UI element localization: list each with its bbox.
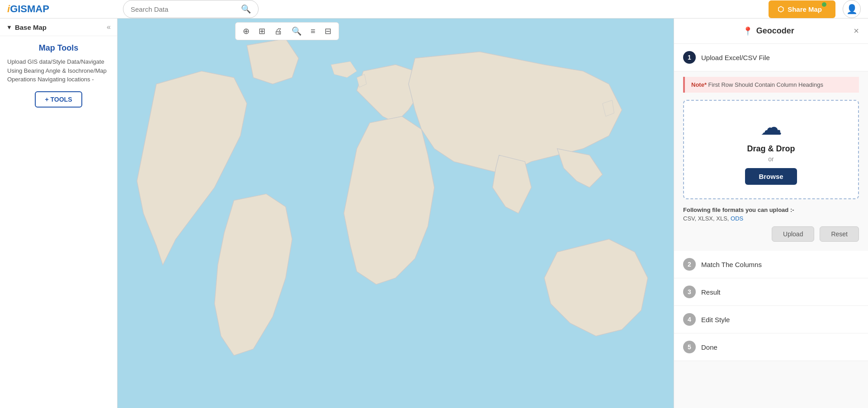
ods-format: ODS <box>731 215 743 222</box>
chevron-icon: ▼ <box>6 24 12 31</box>
reset-button[interactable]: Reset <box>820 226 859 242</box>
step-2-section: 2 Match The Columns <box>674 251 868 278</box>
search-button[interactable]: 🔍 <box>241 4 251 14</box>
step-2-number: 2 <box>683 258 696 271</box>
sidebar-content: Map Tools Upload GIS data/Style Data/Nav… <box>0 36 117 115</box>
sidebar-header: ▼ Base Map « <box>0 19 117 36</box>
step-3-number: 3 <box>683 286 696 298</box>
search-bar[interactable]: 🔍 <box>123 0 259 18</box>
locate-button[interactable]: ⊕ <box>239 24 253 38</box>
step-3-label: Result <box>701 288 721 296</box>
right-panel: 📍 Geocoder × 1 Upload Excel/CSV File Not… <box>674 19 868 408</box>
header: iGISMAP 🔍 ⬡ Share Map 👤 <box>0 0 868 19</box>
panel-body: 1 Upload Excel/CSV File Note* First Row … <box>674 44 868 408</box>
crosshair-button[interactable]: ⊞ <box>255 24 269 38</box>
step-4-header[interactable]: 4 Edit Style <box>674 306 868 333</box>
sidebar: ▼ Base Map « Map Tools Upload GIS data/S… <box>0 19 118 408</box>
step-1-section: 1 Upload Excel/CSV File Note* First Row … <box>674 44 868 251</box>
step-5-number: 5 <box>683 341 696 353</box>
map-tools-title: Map Tools <box>7 43 110 53</box>
step-2-header[interactable]: 2 Match The Columns <box>674 251 868 278</box>
geocoder-location-icon: 📍 <box>743 26 753 36</box>
step-3-header[interactable]: 3 Result <box>674 278 868 306</box>
layers-button[interactable]: ≡ <box>307 25 319 38</box>
upload-zone[interactable]: ☁ Drag & Drop or Browse <box>683 100 859 199</box>
search-input[interactable] <box>131 5 241 13</box>
step-3-section: 3 Result <box>674 278 868 306</box>
world-map <box>118 19 674 408</box>
step-1-content: Note* First Row Should Contain Column He… <box>674 77 868 251</box>
zoom-button[interactable]: 🔍 <box>288 24 305 38</box>
drag-drop-text: Drag & Drop <box>693 144 849 154</box>
sidebar-collapse-button[interactable]: « <box>107 23 111 31</box>
step-1-number: 1 <box>683 51 696 64</box>
step-5-section: 5 Done <box>674 333 868 361</box>
map-tools-desc: Upload GIS data/Style Data/Navigate Usin… <box>7 57 110 84</box>
notification-dot <box>822 2 826 7</box>
step-5-label: Done <box>701 343 717 351</box>
upload-button[interactable]: Upload <box>772 226 814 242</box>
avatar-icon: 👤 <box>846 4 858 14</box>
share-map-button[interactable]: ⬡ Share Map <box>769 0 835 18</box>
browse-button[interactable]: Browse <box>745 168 797 185</box>
format-list: CSV, XLSX, XLS, ODS <box>683 215 859 222</box>
upload-cloud-icon: ☁ <box>693 114 849 140</box>
logo-area: iGISMAP <box>7 3 116 15</box>
print-button[interactable]: 🖨 <box>271 25 286 38</box>
action-buttons: Upload Reset <box>683 226 859 242</box>
panel-title: 📍 Geocoder <box>683 26 854 36</box>
step-1-header[interactable]: 1 Upload Excel/CSV File <box>674 44 868 71</box>
step-4-number: 4 <box>683 313 696 326</box>
panel-close-button[interactable]: × <box>854 26 859 36</box>
base-map-label: Base Map <box>15 23 47 31</box>
map-container[interactable]: ⊕ ⊞ 🖨 🔍 ≡ ⊟ <box>118 19 674 408</box>
file-formats-label: Following file formats you can upload :- <box>683 206 859 213</box>
or-text: or <box>693 155 849 163</box>
map-toolbar: ⊕ ⊞ 🖨 🔍 ≡ ⊟ <box>235 22 339 40</box>
step-2-label: Match The Columns <box>701 261 762 268</box>
avatar-button[interactable]: 👤 <box>843 0 861 18</box>
step-4-section: 4 Edit Style <box>674 306 868 333</box>
tools-button[interactable]: + TOOLS <box>35 91 82 108</box>
main-area: ▼ Base Map « Map Tools Upload GIS data/S… <box>0 19 868 408</box>
share-icon: ⬡ <box>778 5 784 14</box>
measure-button[interactable]: ⊟ <box>321 24 335 38</box>
step-1-label: Upload Excel/CSV File <box>701 54 770 61</box>
note-bar: Note* First Row Should Contain Column He… <box>683 77 859 93</box>
logo: iGISMAP <box>7 3 49 15</box>
panel-header: 📍 Geocoder × <box>674 19 868 44</box>
step-5-header[interactable]: 5 Done <box>674 333 868 361</box>
step-4-label: Edit Style <box>701 316 730 324</box>
